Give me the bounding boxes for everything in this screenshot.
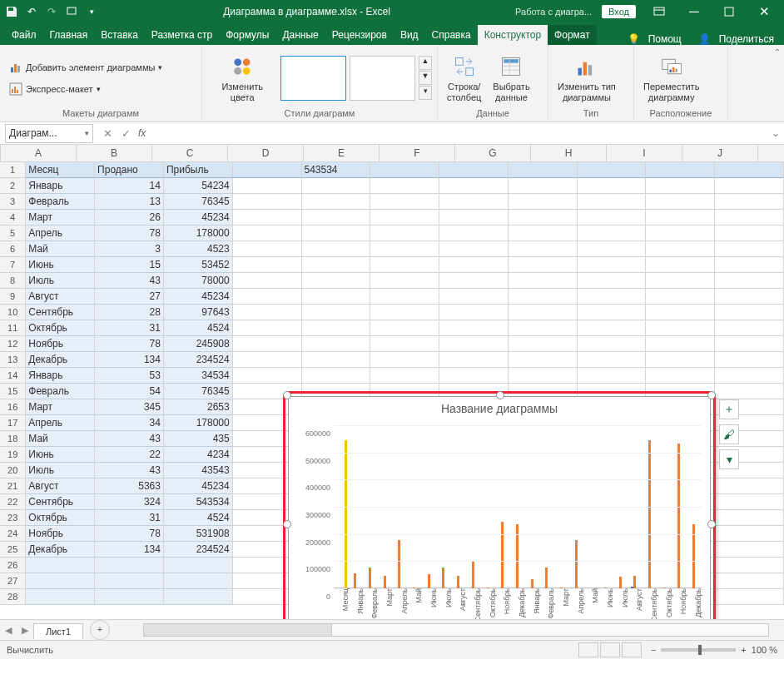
cell[interactable] [370, 273, 439, 289]
cell[interactable] [233, 257, 302, 273]
cell[interactable] [370, 210, 439, 226]
cell[interactable] [233, 368, 302, 384]
cell[interactable] [646, 194, 715, 210]
resize-handle-nw[interactable] [283, 391, 291, 399]
qat-dropdown-icon[interactable]: ▾ [85, 5, 98, 18]
tab-view[interactable]: Вид [394, 25, 425, 45]
tab-layout[interactable]: Разметка стр [145, 25, 219, 45]
cell[interactable]: Июль [26, 273, 95, 289]
enter-formula-icon[interactable]: ✓ [117, 127, 135, 140]
cell[interactable]: 324 [95, 494, 164, 510]
bar[interactable] [575, 540, 578, 588]
cell[interactable] [509, 273, 578, 289]
row-header[interactable]: 26 [0, 558, 26, 573]
row-header[interactable]: 4 [0, 210, 26, 226]
cell[interactable] [302, 368, 371, 384]
cell[interactable]: 45234 [164, 478, 233, 494]
cell[interactable] [646, 352, 715, 368]
cell[interactable] [715, 320, 784, 336]
bar[interactable] [648, 440, 651, 588]
cell[interactable]: 78 [95, 336, 164, 352]
cell[interactable]: Продано [95, 162, 164, 178]
cell[interactable] [646, 289, 715, 305]
redo-icon[interactable]: ↷ [45, 5, 58, 18]
bar[interactable] [384, 576, 386, 588]
gallery-more-icon[interactable]: ▾ [419, 86, 432, 100]
change-chart-type-button[interactable]: Изменить тип диаграммы [553, 51, 620, 104]
column-header[interactable]: D [228, 145, 304, 161]
cell[interactable] [646, 210, 715, 226]
cell[interactable] [370, 320, 439, 336]
cell[interactable]: Июнь [26, 447, 95, 463]
ribbon-display-icon[interactable] [644, 1, 674, 22]
cell[interactable]: 26 [95, 210, 164, 226]
row-header[interactable]: 6 [0, 241, 26, 257]
cell[interactable] [715, 257, 784, 273]
row-header[interactable]: 23 [0, 510, 26, 526]
cell[interactable] [233, 210, 302, 226]
cell[interactable] [233, 162, 302, 178]
column-header[interactable]: I [607, 145, 682, 161]
cell[interactable]: 245908 [164, 336, 233, 352]
cell[interactable] [439, 289, 509, 305]
bar[interactable] [345, 440, 347, 588]
cell[interactable] [233, 178, 302, 194]
cell[interactable] [509, 289, 578, 305]
bar[interactable] [457, 576, 459, 588]
cell[interactable] [439, 194, 509, 210]
cell[interactable]: 14 [95, 178, 164, 194]
cell[interactable]: 134 [95, 542, 164, 558]
cell[interactable] [578, 162, 647, 178]
cell[interactable] [439, 241, 509, 257]
cell[interactable] [715, 510, 784, 526]
tab-format[interactable]: Формат [548, 25, 597, 45]
view-normal-icon[interactable] [578, 642, 598, 657]
cell[interactable] [715, 178, 784, 194]
undo-icon[interactable]: ↶ [25, 5, 38, 18]
chart-style-1[interactable] [280, 56, 346, 101]
cell[interactable] [715, 289, 784, 305]
cell[interactable] [302, 352, 371, 368]
column-header[interactable]: K [758, 145, 784, 161]
cell[interactable] [370, 194, 439, 210]
sheet-nav-next-icon[interactable]: ▶ [17, 625, 33, 636]
cell[interactable] [439, 273, 509, 289]
row-header[interactable]: 15 [0, 384, 26, 399]
gallery-down-icon[interactable]: ▼ [419, 71, 432, 85]
change-colors-button[interactable]: Изменить цвета [207, 51, 277, 104]
cell[interactable] [509, 352, 578, 368]
cell[interactable] [439, 368, 509, 384]
cell[interactable] [578, 289, 647, 305]
cell[interactable]: 97643 [164, 305, 233, 320]
row-header[interactable]: 27 [0, 573, 26, 589]
cell[interactable] [370, 289, 439, 305]
cell[interactable] [302, 289, 371, 305]
cell[interactable] [439, 320, 509, 336]
resize-handle-n[interactable] [496, 391, 504, 399]
cell[interactable] [370, 226, 439, 241]
zoom-in-button[interactable]: + [741, 645, 746, 655]
cell[interactable]: Прибыль [164, 162, 233, 178]
cell[interactable] [164, 573, 233, 589]
sheet-nav-prev-icon[interactable]: ◀ [0, 625, 17, 636]
cell[interactable]: 53 [95, 368, 164, 384]
row-header[interactable]: 25 [0, 542, 26, 558]
cell[interactable] [370, 178, 439, 194]
cell[interactable]: Февраль [26, 384, 95, 399]
row-header[interactable]: 2 [0, 178, 26, 194]
cell[interactable] [164, 558, 233, 573]
cell[interactable]: 78000 [164, 273, 233, 289]
resize-handle-e[interactable] [707, 520, 716, 528]
cell[interactable]: Сентябрь [26, 494, 95, 510]
share-label[interactable]: Поделиться [719, 33, 774, 45]
column-header[interactable]: A [1, 145, 77, 161]
cell[interactable]: Месяц [26, 162, 95, 178]
embedded-chart[interactable]: Название диаграммы 010000020000030000040… [283, 391, 716, 619]
cell[interactable]: 234524 [164, 542, 233, 558]
cell[interactable]: Апрель [26, 415, 95, 431]
cell[interactable] [302, 194, 371, 210]
cell[interactable]: 543534 [302, 162, 371, 178]
cell[interactable] [509, 194, 578, 210]
cell[interactable] [715, 210, 784, 226]
cell[interactable] [509, 336, 578, 352]
